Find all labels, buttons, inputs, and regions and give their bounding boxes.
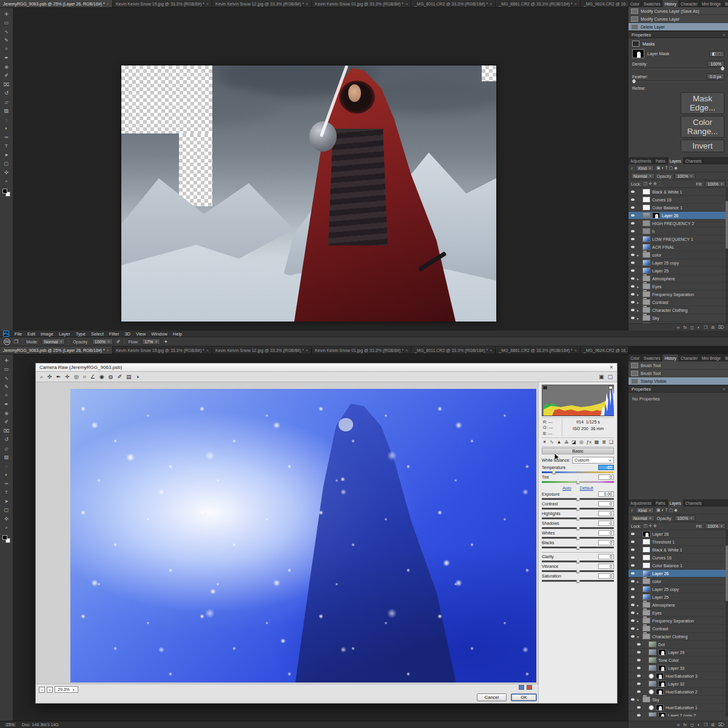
menu-item[interactable]: 3D bbox=[124, 331, 130, 337]
layer-thumbnail[interactable] bbox=[649, 705, 654, 710]
layer-thumbnail[interactable] bbox=[642, 212, 650, 218]
close-tab-icon[interactable]: × bbox=[405, 348, 408, 352]
mode-select[interactable]: Normal▼ bbox=[42, 339, 66, 345]
blend-mode-select[interactable]: Normal▼ bbox=[631, 173, 655, 179]
basic-tab-icon[interactable]: ☀ bbox=[542, 439, 547, 445]
group-expander-icon[interactable] bbox=[637, 277, 641, 281]
cr-adjustment-brush-icon[interactable]: ✐ bbox=[117, 374, 122, 380]
document-tab[interactable]: Kevin Kelvin Snow 12.jpg @ 33.3% (RGB/8#… bbox=[212, 346, 312, 354]
group-expander-icon[interactable] bbox=[637, 611, 641, 615]
hand-tool-icon[interactable]: ✣ bbox=[1, 514, 12, 524]
close-tab-icon[interactable]: × bbox=[306, 348, 308, 352]
slider-value[interactable]: 0 bbox=[598, 474, 614, 480]
slider-track[interactable] bbox=[542, 580, 614, 582]
visibility-eye-icon[interactable] bbox=[630, 556, 635, 559]
feather-slider[interactable] bbox=[632, 81, 724, 82]
type-tool-icon[interactable]: T bbox=[1, 142, 12, 151]
slider-track[interactable] bbox=[542, 471, 614, 473]
visibility-eye-icon[interactable] bbox=[630, 198, 635, 201]
document-tab[interactable]: _MG_8861.CR2 @ 33.3% (RGB/16#) * × bbox=[496, 0, 581, 7]
layer-thumbnail[interactable] bbox=[649, 673, 654, 679]
layer-row[interactable]: Hue/Saturation 3 bbox=[629, 672, 728, 680]
visibility-eye-icon[interactable] bbox=[630, 596, 635, 598]
cr-graduated-filter-icon[interactable]: ▤ bbox=[126, 374, 132, 380]
cr-crop-tool-icon[interactable]: ⌗ bbox=[83, 374, 86, 380]
cancel-button[interactable]: Cancel bbox=[477, 693, 507, 701]
layer-thumbnail[interactable] bbox=[642, 275, 650, 281]
layer-thumbnail[interactable] bbox=[642, 547, 650, 553]
group-expander-icon[interactable] bbox=[637, 698, 641, 702]
shape-tool-icon[interactable]: ▢ bbox=[1, 506, 12, 515]
zoom-level-select[interactable]: 29.3%▼ bbox=[55, 686, 78, 693]
slider-value[interactable]: 0 bbox=[598, 530, 614, 536]
healing-brush-tool-icon[interactable]: ⊕ bbox=[1, 62, 12, 72]
close-tab-icon[interactable]: × bbox=[306, 2, 308, 6]
filter-search-icon[interactable]: ⌕ bbox=[631, 166, 633, 170]
menu-item[interactable]: Help bbox=[173, 331, 182, 337]
slider-track[interactable] bbox=[542, 508, 614, 510]
layer-thumbnail[interactable] bbox=[649, 689, 654, 695]
slider-track[interactable] bbox=[542, 547, 614, 548]
scrollbar[interactable] bbox=[726, 188, 728, 331]
layer-row[interactable]: Layer 33 bbox=[629, 664, 728, 672]
visibility-eye-icon[interactable] bbox=[630, 604, 635, 606]
visibility-eye-icon[interactable] bbox=[636, 659, 641, 661]
history-brush-tool-icon[interactable]: ↺ bbox=[1, 436, 12, 445]
slider-track[interactable] bbox=[542, 537, 614, 539]
fill-select[interactable]: 100%▼ bbox=[705, 181, 726, 187]
eraser-tool-icon[interactable]: ▱ bbox=[1, 444, 12, 453]
visibility-eye-icon[interactable] bbox=[630, 190, 635, 193]
feather-value[interactable]: 0.0 px bbox=[707, 73, 724, 79]
new-group-icon[interactable]: ❐ bbox=[704, 325, 707, 330]
layer-thumbnail[interactable] bbox=[649, 649, 656, 655]
slider-thumb[interactable] bbox=[576, 578, 580, 583]
delete-layer-icon[interactable]: ⌦ bbox=[718, 723, 724, 727]
layer-thumbnail[interactable] bbox=[642, 236, 650, 242]
slider-track[interactable] bbox=[542, 561, 614, 562]
panel-menu-icon[interactable]: ≡ bbox=[723, 387, 725, 391]
layer-thumbnail[interactable] bbox=[649, 665, 656, 671]
calibration-tab-icon[interactable]: ▦ bbox=[595, 439, 599, 445]
history-state-row[interactable]: Delete Layer bbox=[629, 23, 728, 31]
layers-panel-tab[interactable]: Channels bbox=[684, 499, 704, 507]
pen-tool-icon[interactable]: ✑ bbox=[1, 479, 12, 488]
healing-brush-tool-icon[interactable]: ⊕ bbox=[1, 409, 12, 418]
layer-row[interactable]: HIGH FREQUENCY 2 bbox=[629, 220, 728, 228]
zoom-in-icon[interactable]: + bbox=[47, 687, 53, 693]
preview-toggle-icon[interactable]: ▣ bbox=[599, 374, 604, 380]
lock-icons[interactable]: ◫ ✛ ⊕ ⬛ bbox=[644, 524, 664, 528]
layer-thumbnail[interactable] bbox=[642, 204, 650, 211]
visibility-eye-icon[interactable] bbox=[630, 222, 635, 224]
dodge-tool-icon[interactable]: ◐ bbox=[1, 124, 12, 133]
photoshop-logo[interactable]: Ps bbox=[3, 331, 9, 337]
visibility-eye-icon[interactable] bbox=[636, 714, 641, 716]
layer-thumbnail[interactable] bbox=[642, 291, 650, 297]
marquee-tool-icon[interactable]: ▭ bbox=[1, 365, 12, 374]
layer-row[interactable]: Layer 25 copy bbox=[629, 585, 728, 593]
refine-button[interactable]: Invert bbox=[681, 140, 724, 152]
slider-track[interactable] bbox=[542, 481, 614, 483]
group-expander-icon[interactable] bbox=[637, 619, 641, 623]
layer-thumbnail[interactable] bbox=[642, 531, 650, 537]
close-tab-icon[interactable]: × bbox=[490, 348, 492, 352]
visibility-eye-icon[interactable] bbox=[630, 627, 635, 630]
slider-thumb[interactable] bbox=[576, 506, 580, 511]
detail-tab-icon[interactable]: ▲ bbox=[557, 439, 562, 445]
cr-targeted-adjustment-icon[interactable]: ◎ bbox=[74, 374, 79, 380]
document-tab[interactable]: _MG_9624.CR2 @ 16.7% (RGB/16#) * × bbox=[581, 346, 628, 354]
filter-kind-select[interactable]: Kind▼ bbox=[636, 507, 654, 513]
gradient-tool-icon[interactable]: ▨ bbox=[1, 453, 12, 462]
group-expander-icon[interactable] bbox=[637, 579, 641, 584]
close-tab-icon[interactable]: × bbox=[575, 2, 577, 6]
density-value[interactable]: 100% bbox=[707, 61, 724, 67]
clone-stamp-tool-icon[interactable]: ⌧ bbox=[1, 80, 12, 89]
layer-thumbnail[interactable] bbox=[642, 252, 650, 258]
menu-item[interactable]: Filter bbox=[109, 331, 120, 337]
menu-item[interactable]: Select bbox=[91, 331, 104, 337]
panel-tab[interactable]: Swatches bbox=[642, 354, 662, 362]
adjustment-layer-icon[interactable]: ◐ bbox=[698, 723, 700, 727]
slider-thumb[interactable] bbox=[576, 525, 580, 530]
layers-panel-tab[interactable]: Layers bbox=[668, 157, 684, 164]
layer-row[interactable]: color bbox=[629, 251, 728, 259]
blend-mode-select[interactable]: Normal▼ bbox=[631, 515, 655, 521]
